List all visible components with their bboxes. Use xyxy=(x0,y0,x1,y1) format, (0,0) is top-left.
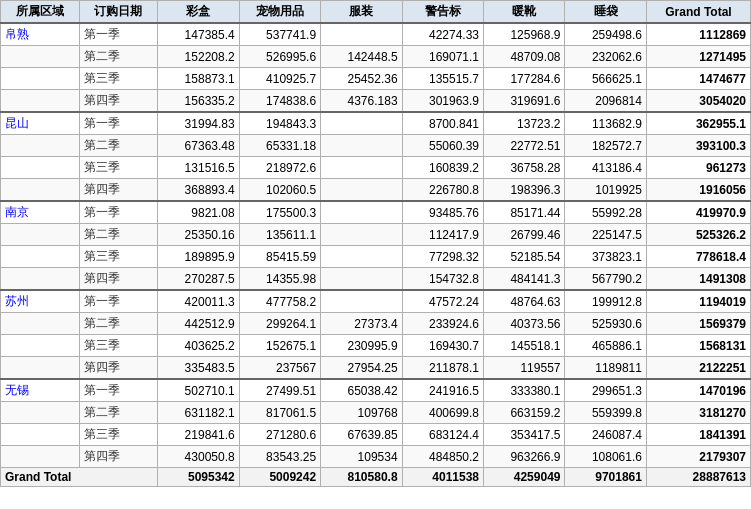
table-row: 第四季430050.883543.25109534484850.2963266.… xyxy=(1,446,751,468)
data-cell: 27499.51 xyxy=(239,379,320,402)
data-cell: 109534 xyxy=(321,446,402,468)
data-cell: 25452.36 xyxy=(321,68,402,90)
data-cell: 189895.9 xyxy=(158,246,239,268)
data-cell: 211878.1 xyxy=(402,357,483,380)
grand-total-row: Grand Total50953425009242810580.84011538… xyxy=(1,468,751,487)
data-cell: 182572.7 xyxy=(565,135,646,157)
data-cell: 112417.9 xyxy=(402,224,483,246)
data-cell: 175500.3 xyxy=(239,201,320,224)
region-cell xyxy=(1,90,80,113)
region-cell xyxy=(1,402,80,424)
table-row: 第四季156335.2174838.64376.183301963.931969… xyxy=(1,90,751,113)
grand-total-cell: 4011538 xyxy=(402,468,483,487)
data-cell: 1189811 xyxy=(565,357,646,380)
data-cell: 48764.63 xyxy=(484,290,565,313)
region-cell xyxy=(1,335,80,357)
data-cell: 102060.5 xyxy=(239,179,320,202)
data-cell: 525930.6 xyxy=(565,313,646,335)
data-cell: 85415.59 xyxy=(239,246,320,268)
data-cell: 42274.33 xyxy=(402,23,483,46)
data-cell: 237567 xyxy=(239,357,320,380)
data-cell xyxy=(321,224,402,246)
data-cell: 270287.5 xyxy=(158,268,239,291)
data-cell: 131516.5 xyxy=(158,157,239,179)
data-cell: 299264.1 xyxy=(239,313,320,335)
data-cell: 8700.841 xyxy=(402,112,483,135)
data-cell: 241916.5 xyxy=(402,379,483,402)
data-cell: 154732.8 xyxy=(402,268,483,291)
data-cell: 108061.6 xyxy=(565,446,646,468)
data-cell: 199912.8 xyxy=(565,290,646,313)
data-cell: 403625.2 xyxy=(158,335,239,357)
data-cell xyxy=(321,135,402,157)
data-cell: 963266.9 xyxy=(484,446,565,468)
data-cell: 1194019 xyxy=(646,290,750,313)
quarter-cell: 第一季 xyxy=(79,23,158,46)
table-row: 第三季403625.2152675.1230995.9169430.714551… xyxy=(1,335,751,357)
grand-total-cell: 5095342 xyxy=(158,468,239,487)
data-cell: 413186.4 xyxy=(565,157,646,179)
data-cell: 55992.28 xyxy=(565,201,646,224)
data-cell: 525326.2 xyxy=(646,224,750,246)
data-cell: 1271495 xyxy=(646,46,750,68)
data-cell: 419970.9 xyxy=(646,201,750,224)
data-cell: 145518.1 xyxy=(484,335,565,357)
data-cell: 259498.6 xyxy=(565,23,646,46)
region-cell: 苏州 xyxy=(1,290,80,313)
data-cell: 218972.6 xyxy=(239,157,320,179)
data-cell: 67639.85 xyxy=(321,424,402,446)
data-cell: 232062.6 xyxy=(565,46,646,68)
data-cell: 152208.2 xyxy=(158,46,239,68)
quarter-cell: 第一季 xyxy=(79,201,158,224)
data-cell: 147385.4 xyxy=(158,23,239,46)
data-cell: 14355.98 xyxy=(239,268,320,291)
region-cell xyxy=(1,313,80,335)
grand-total-cell: 5009242 xyxy=(239,468,320,487)
data-cell: 537741.9 xyxy=(239,23,320,46)
pivot-table: 所属区域 订购日期 彩盒 宠物用品 服装 警告标 暖靴 睡袋 Grand Tot… xyxy=(0,0,751,487)
data-cell: 226780.8 xyxy=(402,179,483,202)
grand-total-cell: 28887613 xyxy=(646,468,750,487)
data-cell: 271280.6 xyxy=(239,424,320,446)
header-d: 宠物用品 xyxy=(239,1,320,24)
region-cell xyxy=(1,424,80,446)
region-cell: 昆山 xyxy=(1,112,80,135)
data-cell: 299651.3 xyxy=(565,379,646,402)
data-cell xyxy=(321,112,402,135)
data-cell: 368893.4 xyxy=(158,179,239,202)
quarter-cell: 第三季 xyxy=(79,246,158,268)
data-cell: 135611.1 xyxy=(239,224,320,246)
data-cell: 430050.8 xyxy=(158,446,239,468)
region-cell xyxy=(1,157,80,179)
data-cell xyxy=(321,201,402,224)
data-cell: 194843.3 xyxy=(239,112,320,135)
data-cell: 174838.6 xyxy=(239,90,320,113)
region-cell: 无锡 xyxy=(1,379,80,402)
table-row: 第二季67363.4865331.1855060.3922772.5118257… xyxy=(1,135,751,157)
table-row: 第二季152208.2526995.6142448.5169071.148709… xyxy=(1,46,751,68)
table-row: 无锡第一季502710.127499.5165038.42241916.5333… xyxy=(1,379,751,402)
data-cell: 2096814 xyxy=(565,90,646,113)
data-cell: 333380.1 xyxy=(484,379,565,402)
data-cell: 113682.9 xyxy=(565,112,646,135)
data-cell: 119557 xyxy=(484,357,565,380)
data-cell: 52185.54 xyxy=(484,246,565,268)
quarter-cell: 第二季 xyxy=(79,313,158,335)
data-cell: 526995.6 xyxy=(239,46,320,68)
quarter-cell: 第四季 xyxy=(79,179,158,202)
data-cell: 26799.46 xyxy=(484,224,565,246)
data-cell: 135515.7 xyxy=(402,68,483,90)
header-region: 所属区域 xyxy=(1,1,80,24)
data-cell: 1841391 xyxy=(646,424,750,446)
data-cell: 85171.44 xyxy=(484,201,565,224)
table-row: 第四季335483.523756727954.25211878.11195571… xyxy=(1,357,751,380)
data-cell: 817061.5 xyxy=(239,402,320,424)
header-f: 警告标 xyxy=(402,1,483,24)
region-cell xyxy=(1,446,80,468)
data-cell: 27954.25 xyxy=(321,357,402,380)
quarter-cell: 第一季 xyxy=(79,112,158,135)
data-cell: 65331.18 xyxy=(239,135,320,157)
data-cell: 1474677 xyxy=(646,68,750,90)
data-cell: 484850.2 xyxy=(402,446,483,468)
data-cell: 778618.4 xyxy=(646,246,750,268)
